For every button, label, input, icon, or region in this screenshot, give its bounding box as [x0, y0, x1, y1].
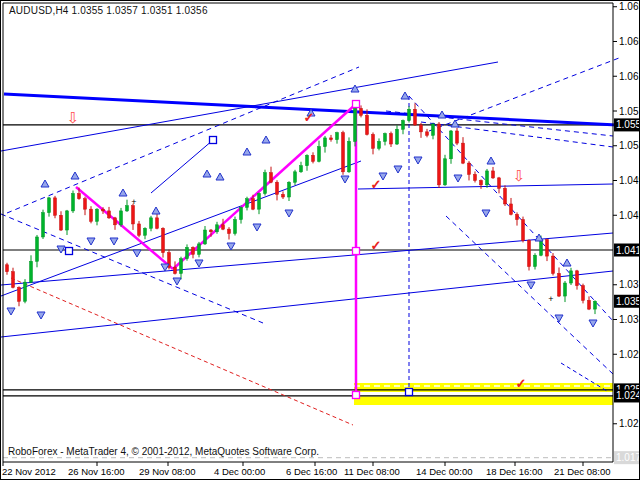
candle [462, 137, 465, 164]
candle-body [282, 194, 285, 197]
object-handle[interactable] [66, 248, 73, 255]
candle [528, 239, 531, 270]
candle-body [210, 230, 213, 232]
candle-body [180, 259, 183, 274]
candle [276, 180, 279, 200]
candle-body [492, 171, 495, 178]
candle-body [108, 211, 111, 218]
candle [54, 196, 57, 218]
candle [18, 286, 21, 306]
candle [294, 170, 297, 185]
candle-body [342, 133, 345, 172]
candle-body [6, 265, 9, 272]
checkmark-icon: ✓ [371, 238, 382, 253]
candle-body [120, 211, 123, 225]
candle-body [126, 206, 129, 211]
time-tick-label: 4 Dec 00:00 [214, 466, 265, 477]
candle [318, 141, 321, 163]
object-handle[interactable] [353, 248, 360, 255]
candle-body [102, 209, 105, 211]
trendline-segment-square[interactable] [151, 140, 213, 193]
candle [234, 217, 237, 236]
candle-body [534, 255, 537, 266]
candle-body [552, 256, 555, 273]
object-handle[interactable] [210, 137, 217, 144]
candle [108, 207, 111, 219]
copyright-text: RoboForex - MetaTrader 4, © 2001-2012, M… [6, 446, 321, 457]
checkmark-icon: ✓ [516, 376, 527, 391]
fractal-up-icon [262, 136, 270, 143]
trendline-dash-desc-left[interactable] [1, 214, 263, 323]
trendline-asc-line-main[interactable] [1, 62, 498, 151]
candle [450, 130, 453, 164]
price-tick-label: 1.0335 [619, 314, 640, 325]
fractal-down-icon [589, 320, 597, 327]
price-tick-label: 1.0575 [619, 106, 640, 117]
candle [204, 226, 207, 245]
candle [162, 227, 165, 257]
candle-body [486, 171, 489, 185]
candle-body [90, 209, 93, 221]
candle-body [510, 204, 513, 214]
candle [414, 103, 417, 126]
trendline-dash-red-desc[interactable] [11, 278, 353, 425]
fractal-up-icon [451, 120, 459, 127]
candle-body [420, 125, 423, 132]
candle-body [366, 115, 369, 134]
candle-body [186, 247, 189, 258]
fractal-up-icon [401, 92, 409, 99]
fractal-down-icon [173, 278, 181, 285]
candle-body [270, 173, 273, 183]
candle-body [348, 141, 351, 171]
candle-body [564, 283, 567, 296]
fractal-up-icon [563, 259, 571, 266]
fractal-down-icon [454, 175, 462, 182]
price-level-label: 1.0559 [616, 119, 640, 130]
candle-body [240, 207, 243, 219]
candle-body [60, 215, 63, 230]
candle [444, 155, 447, 186]
candle-body [318, 147, 321, 162]
candle [72, 191, 75, 213]
candle [30, 255, 33, 283]
candle [324, 136, 327, 153]
red-down-arrow-icon: ⇩ [513, 167, 526, 184]
candle [498, 177, 501, 193]
candle [564, 281, 567, 302]
candle-body [336, 133, 339, 140]
candle [432, 123, 435, 139]
candle-body [570, 271, 573, 283]
candle [36, 235, 39, 267]
candle [486, 169, 489, 188]
candle [300, 162, 303, 173]
candle-body [72, 194, 75, 211]
candle [456, 128, 459, 145]
candle-body [546, 240, 549, 257]
time-tick-label: 29 Nov 08:00 [139, 466, 196, 477]
candle-body [114, 218, 117, 225]
candle-body [138, 224, 141, 235]
trendline-asc-line-low[interactable] [1, 271, 613, 337]
candle [6, 263, 9, 275]
candle-body [36, 237, 39, 261]
candle [192, 246, 195, 258]
candle-body [66, 211, 69, 230]
fractal-down-icon [253, 224, 261, 231]
fractal-down-icon [482, 210, 490, 217]
time-tick-label: 26 Nov 16:00 [68, 466, 125, 477]
chart-canvas[interactable]: ✓✓✓✓⇩⇩++1.06951.06551.06151.05751.05351.… [1, 1, 640, 480]
fractal-up-icon [203, 170, 211, 177]
chart-title: AUDUSD,H4 1.0355 1.0357 1.0351 1.0356 [9, 5, 208, 16]
object-handle[interactable] [406, 389, 413, 396]
object-handle[interactable] [353, 101, 360, 108]
fractal-down-icon [394, 166, 402, 173]
candle [270, 167, 273, 184]
fractal-down-icon [285, 210, 293, 217]
candle [156, 214, 159, 229]
candle-body [354, 108, 357, 141]
candle-body [402, 121, 405, 130]
candle-body [96, 209, 99, 221]
object-handle[interactable] [353, 392, 360, 399]
fractal-down-icon [110, 238, 118, 245]
candle-body [456, 131, 459, 143]
